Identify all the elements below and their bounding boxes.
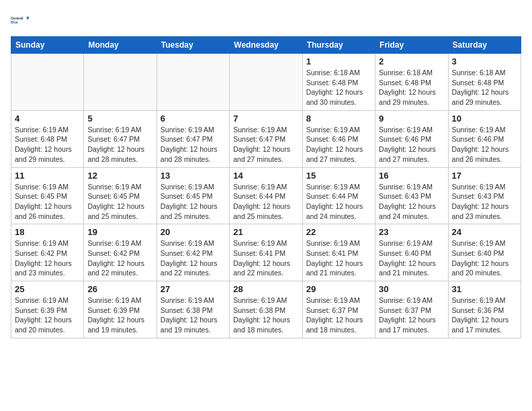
day-number: 22 [306, 227, 371, 237]
day-number: 26 [87, 284, 152, 294]
calendar-cell: 8Sunrise: 6:19 AM Sunset: 6:46 PM Daylig… [302, 110, 375, 167]
calendar-cell: 23Sunrise: 6:19 AM Sunset: 6:40 PM Dayli… [375, 224, 448, 281]
calendar-cell: 9Sunrise: 6:19 AM Sunset: 6:46 PM Daylig… [375, 110, 448, 167]
day-info: Sunrise: 6:19 AM Sunset: 6:47 PM Dayligh… [87, 125, 152, 165]
logo-icon: GeneralBlue [11, 11, 30, 30]
calendar-header-monday: Monday [84, 37, 157, 54]
day-info: Sunrise: 6:19 AM Sunset: 6:44 PM Dayligh… [233, 182, 298, 222]
calendar-cell: 28Sunrise: 6:19 AM Sunset: 6:38 PM Dayli… [230, 281, 302, 338]
day-number: 16 [379, 171, 444, 181]
day-info: Sunrise: 6:19 AM Sunset: 6:36 PM Dayligh… [452, 295, 517, 335]
calendar-header-tuesday: Tuesday [157, 37, 229, 54]
day-info: Sunrise: 6:19 AM Sunset: 6:38 PM Dayligh… [161, 295, 226, 335]
calendar-cell: 15Sunrise: 6:19 AM Sunset: 6:44 PM Dayli… [302, 167, 375, 224]
calendar-cell: 19Sunrise: 6:19 AM Sunset: 6:42 PM Dayli… [84, 224, 157, 281]
day-info: Sunrise: 6:19 AM Sunset: 6:45 PM Dayligh… [15, 182, 80, 222]
svg-marker-2 [26, 17, 29, 20]
day-info: Sunrise: 6:18 AM Sunset: 6:48 PM Dayligh… [306, 68, 371, 107]
calendar-cell: 18Sunrise: 6:19 AM Sunset: 6:42 PM Dayli… [11, 224, 84, 281]
day-number: 17 [452, 171, 517, 181]
calendar-cell: 31Sunrise: 6:19 AM Sunset: 6:36 PM Dayli… [448, 281, 521, 338]
day-number: 4 [15, 113, 80, 124]
day-number: 2 [379, 56, 444, 66]
calendar-week-row: 11Sunrise: 6:19 AM Sunset: 6:45 PM Dayli… [11, 167, 521, 224]
day-info: Sunrise: 6:19 AM Sunset: 6:46 PM Dayligh… [452, 125, 517, 165]
day-number: 19 [87, 227, 152, 237]
day-number: 18 [15, 227, 80, 237]
calendar-cell: 2Sunrise: 6:18 AM Sunset: 6:48 PM Daylig… [375, 54, 448, 111]
calendar-header-sunday: Sunday [11, 37, 84, 54]
calendar-cell: 27Sunrise: 6:19 AM Sunset: 6:38 PM Dayli… [157, 281, 229, 338]
day-number: 20 [161, 227, 226, 237]
calendar-cell: 7Sunrise: 6:19 AM Sunset: 6:47 PM Daylig… [230, 110, 302, 167]
calendar-cell: 21Sunrise: 6:19 AM Sunset: 6:41 PM Dayli… [230, 224, 302, 281]
calendar-cell: 26Sunrise: 6:19 AM Sunset: 6:39 PM Dayli… [84, 281, 157, 338]
calendar-cell: 6Sunrise: 6:19 AM Sunset: 6:47 PM Daylig… [157, 110, 229, 167]
svg-text:General: General [11, 17, 24, 20]
day-info: Sunrise: 6:19 AM Sunset: 6:48 PM Dayligh… [15, 125, 80, 165]
day-number: 7 [233, 113, 298, 124]
day-info: Sunrise: 6:19 AM Sunset: 6:43 PM Dayligh… [452, 182, 517, 222]
calendar-table: SundayMondayTuesdayWednesdayThursdayFrid… [11, 36, 521, 338]
day-info: Sunrise: 6:19 AM Sunset: 6:46 PM Dayligh… [306, 125, 371, 165]
calendar-cell: 25Sunrise: 6:19 AM Sunset: 6:39 PM Dayli… [11, 281, 84, 338]
calendar-cell [11, 54, 84, 111]
calendar-cell: 14Sunrise: 6:19 AM Sunset: 6:44 PM Dayli… [230, 167, 302, 224]
calendar-header-friday: Friday [375, 37, 448, 54]
day-number: 29 [306, 284, 371, 294]
calendar-cell: 3Sunrise: 6:18 AM Sunset: 6:48 PM Daylig… [448, 54, 521, 111]
day-number: 28 [233, 284, 298, 294]
svg-text:Blue: Blue [11, 21, 18, 24]
day-number: 1 [306, 56, 371, 66]
calendar-cell: 10Sunrise: 6:19 AM Sunset: 6:46 PM Dayli… [448, 110, 521, 167]
day-number: 23 [379, 227, 444, 237]
day-number: 21 [233, 227, 298, 237]
day-number: 10 [452, 113, 517, 124]
calendar-cell: 29Sunrise: 6:19 AM Sunset: 6:37 PM Dayli… [302, 281, 375, 338]
day-info: Sunrise: 6:19 AM Sunset: 6:38 PM Dayligh… [233, 295, 298, 335]
day-number: 15 [306, 171, 371, 181]
day-info: Sunrise: 6:19 AM Sunset: 6:37 PM Dayligh… [379, 295, 444, 335]
day-number: 24 [452, 227, 517, 237]
day-number: 3 [452, 56, 517, 66]
calendar-cell: 30Sunrise: 6:19 AM Sunset: 6:37 PM Dayli… [375, 281, 448, 338]
page-header: GeneralBlue [11, 11, 521, 30]
calendar-week-row: 18Sunrise: 6:19 AM Sunset: 6:42 PM Dayli… [11, 224, 521, 281]
day-number: 14 [233, 171, 298, 181]
day-info: Sunrise: 6:19 AM Sunset: 6:42 PM Dayligh… [15, 238, 80, 278]
calendar-week-row: 1Sunrise: 6:18 AM Sunset: 6:48 PM Daylig… [11, 54, 521, 111]
day-info: Sunrise: 6:19 AM Sunset: 6:47 PM Dayligh… [233, 125, 298, 165]
calendar-week-row: 4Sunrise: 6:19 AM Sunset: 6:48 PM Daylig… [11, 110, 521, 167]
day-info: Sunrise: 6:19 AM Sunset: 6:41 PM Dayligh… [306, 238, 371, 278]
day-info: Sunrise: 6:19 AM Sunset: 6:42 PM Dayligh… [87, 238, 152, 278]
day-number: 12 [87, 171, 152, 181]
calendar-cell: 4Sunrise: 6:19 AM Sunset: 6:48 PM Daylig… [11, 110, 84, 167]
calendar-cell [230, 54, 302, 111]
day-info: Sunrise: 6:19 AM Sunset: 6:39 PM Dayligh… [15, 295, 80, 335]
calendar-week-row: 25Sunrise: 6:19 AM Sunset: 6:39 PM Dayli… [11, 281, 521, 338]
day-info: Sunrise: 6:19 AM Sunset: 6:42 PM Dayligh… [161, 238, 226, 278]
day-number: 31 [452, 284, 517, 294]
calendar-cell: 13Sunrise: 6:19 AM Sunset: 6:45 PM Dayli… [157, 167, 229, 224]
calendar-header-wednesday: Wednesday [230, 37, 302, 54]
day-info: Sunrise: 6:19 AM Sunset: 6:45 PM Dayligh… [161, 182, 226, 222]
day-number: 13 [161, 171, 226, 181]
calendar-cell: 20Sunrise: 6:19 AM Sunset: 6:42 PM Dayli… [157, 224, 229, 281]
calendar-cell: 17Sunrise: 6:19 AM Sunset: 6:43 PM Dayli… [448, 167, 521, 224]
day-number: 11 [15, 171, 80, 181]
day-info: Sunrise: 6:18 AM Sunset: 6:48 PM Dayligh… [379, 68, 444, 107]
logo: GeneralBlue [11, 11, 30, 30]
day-number: 9 [379, 113, 444, 124]
day-info: Sunrise: 6:19 AM Sunset: 6:41 PM Dayligh… [233, 238, 298, 278]
calendar-cell: 5Sunrise: 6:19 AM Sunset: 6:47 PM Daylig… [84, 110, 157, 167]
day-info: Sunrise: 6:19 AM Sunset: 6:43 PM Dayligh… [379, 182, 444, 222]
calendar-cell: 16Sunrise: 6:19 AM Sunset: 6:43 PM Dayli… [375, 167, 448, 224]
calendar-header-thursday: Thursday [302, 37, 375, 54]
calendar-cell: 12Sunrise: 6:19 AM Sunset: 6:45 PM Dayli… [84, 167, 157, 224]
day-info: Sunrise: 6:19 AM Sunset: 6:44 PM Dayligh… [306, 182, 371, 222]
calendar-header-saturday: Saturday [448, 37, 521, 54]
calendar-cell: 1Sunrise: 6:18 AM Sunset: 6:48 PM Daylig… [302, 54, 375, 111]
calendar-header-row: SundayMondayTuesdayWednesdayThursdayFrid… [11, 37, 521, 54]
day-info: Sunrise: 6:19 AM Sunset: 6:40 PM Dayligh… [379, 238, 444, 278]
day-info: Sunrise: 6:19 AM Sunset: 6:46 PM Dayligh… [379, 125, 444, 165]
